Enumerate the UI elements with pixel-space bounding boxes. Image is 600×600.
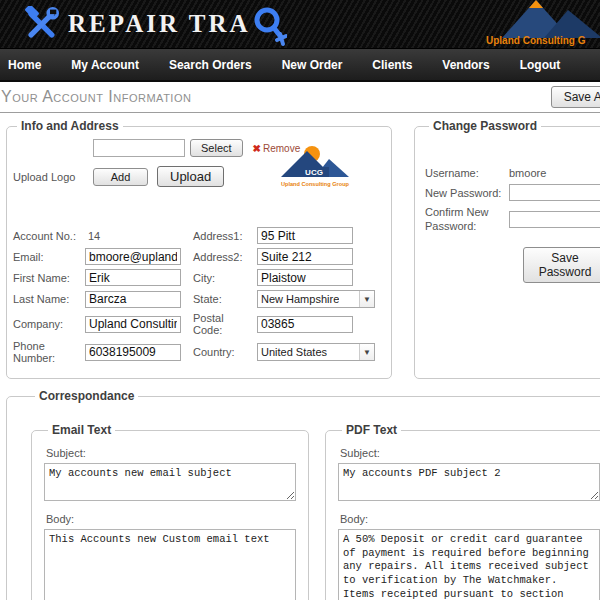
info-and-address-legend: Info and Address — [17, 119, 123, 133]
correspondence-section: Correspondance Email Text Subject: My ac… — [6, 389, 600, 600]
email-subject-label: Subject: — [46, 447, 296, 459]
page-title: Your Account Information — [1, 88, 191, 106]
email-label: Email: — [13, 251, 83, 263]
upload-logo-label: Upload Logo — [13, 171, 93, 183]
account-fields-grid: Account No.: 14 Address1: Email: Address… — [13, 227, 383, 364]
company-label: Company: — [13, 318, 83, 330]
brand-logo[interactable]: REPAIR TRA — [22, 0, 287, 48]
svg-text:UCG: UCG — [305, 168, 323, 177]
city-label: City: — [193, 272, 255, 284]
partner-caption: Upland Consulting G — [486, 35, 600, 46]
nav-logout[interactable]: Logout — [505, 58, 576, 72]
first-name-field[interactable] — [85, 269, 181, 286]
confirm-password-field[interactable] — [509, 211, 600, 228]
last-name-field[interactable] — [85, 291, 181, 308]
address1-field[interactable] — [257, 227, 353, 244]
company-field[interactable] — [85, 316, 181, 333]
nav-my-account[interactable]: My Account — [56, 58, 154, 72]
app-header: REPAIR TRA Upland Consulting G — [0, 0, 600, 48]
address1-label: Address1: — [193, 230, 255, 242]
state-select[interactable]: New Hampshire ▼ — [257, 290, 375, 308]
nav-vendors[interactable]: Vendors — [427, 58, 504, 72]
email-body-textarea[interactable]: This Accounts new Custom email text — [44, 529, 296, 600]
add-button[interactable]: Add — [93, 168, 148, 186]
pdf-body-label: Body: — [340, 513, 600, 525]
logo-file-input[interactable] — [93, 139, 185, 157]
state-label: State: — [193, 293, 255, 305]
email-field[interactable] — [85, 248, 181, 265]
crossed-tools-icon — [22, 6, 60, 42]
title-bar: Your Account Information Save All — [0, 82, 600, 113]
email-body-label: Body: — [46, 513, 296, 525]
magnifier-q-icon — [253, 6, 287, 48]
pdf-subject-textarea[interactable]: My accounts PDF subject 2 — [338, 463, 600, 501]
chevron-down-icon: ▼ — [359, 344, 374, 360]
first-name-label: First Name: — [13, 272, 83, 284]
partner-logo: Upland Consulting G — [484, 0, 600, 48]
change-password-section: Change Password Username: bmoore New Pas… — [414, 119, 600, 379]
username-value: bmoore — [509, 167, 600, 179]
country-label: Country: — [193, 346, 255, 358]
pdf-text-section: PDF Text Subject: My accounts PDF subjec… — [325, 423, 600, 600]
main-nav: Home My Account Search Orders New Order … — [0, 48, 600, 82]
phone-label: Phone Number: — [13, 340, 83, 364]
address2-label: Address2: — [193, 251, 255, 263]
email-text-legend: Email Text — [48, 423, 115, 437]
last-name-label: Last Name: — [13, 293, 83, 305]
new-password-label: New Password: — [425, 187, 509, 199]
pdf-subject-label: Subject: — [340, 447, 600, 459]
ucg-company-logo: UCG Upland Consulting Group — [279, 141, 351, 191]
account-no-label: Account No.: — [13, 230, 83, 242]
change-password-legend: Change Password — [429, 119, 541, 133]
city-field[interactable] — [257, 269, 353, 286]
email-subject-textarea[interactable]: My accounts new email subject — [44, 463, 296, 501]
brand-title: REPAIR TRA — [68, 10, 251, 38]
select-file-button[interactable]: Select — [190, 139, 243, 157]
address2-field[interactable] — [257, 248, 353, 265]
pdf-body-textarea[interactable]: A 50% Deposit or credit card guarantee o… — [338, 529, 600, 600]
postal-code-field[interactable] — [257, 316, 353, 333]
upload-logo-block: Select ✖Remove Upload Logo Add Upload UC… — [13, 139, 383, 215]
nav-search-orders[interactable]: Search Orders — [154, 58, 267, 72]
nav-clients[interactable]: Clients — [357, 58, 427, 72]
save-all-button[interactable]: Save All — [551, 86, 600, 108]
remove-x-icon: ✖ — [253, 143, 261, 154]
account-no-value: 14 — [85, 230, 191, 242]
pdf-text-legend: PDF Text — [342, 423, 401, 437]
nav-new-order[interactable]: New Order — [267, 58, 358, 72]
info-and-address-section: Info and Address Select ✖Remove Upload L… — [6, 119, 392, 379]
confirm-password-label: Confirm New Password: — [425, 206, 509, 234]
nav-home[interactable]: Home — [8, 58, 56, 72]
country-select[interactable]: United States ▼ — [257, 343, 375, 361]
email-text-section: Email Text Subject: My accounts new emai… — [31, 423, 309, 600]
save-password-button[interactable]: Save Password — [523, 247, 600, 283]
username-label: Username: — [425, 167, 509, 179]
svg-text:Upland Consulting Group: Upland Consulting Group — [281, 181, 350, 187]
upload-button[interactable]: Upload — [157, 166, 224, 187]
phone-field[interactable] — [85, 344, 181, 361]
new-password-field[interactable] — [509, 184, 600, 201]
chevron-down-icon: ▼ — [359, 291, 374, 307]
postal-code-label: Postal Code: — [193, 312, 255, 336]
correspondence-legend: Correspondance — [35, 389, 138, 403]
